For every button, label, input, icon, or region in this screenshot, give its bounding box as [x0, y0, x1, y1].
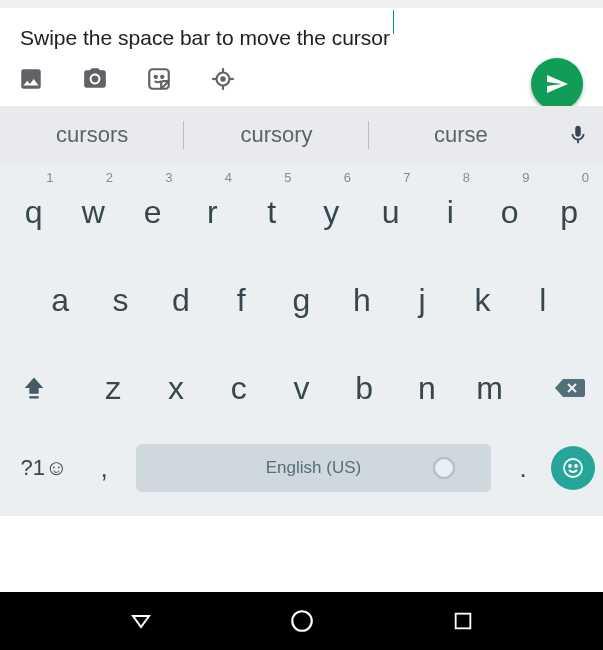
svg-rect-14 — [455, 614, 470, 629]
touch-indicator-icon — [433, 457, 455, 479]
send-button[interactable] — [531, 58, 583, 110]
svg-point-4 — [221, 77, 224, 80]
attachment-row — [0, 60, 603, 106]
key-d[interactable]: d — [151, 256, 211, 344]
svg-point-11 — [569, 465, 571, 467]
key-r[interactable]: 4r — [183, 168, 243, 256]
key-e[interactable]: 3e — [123, 168, 183, 256]
mic-icon[interactable] — [553, 124, 603, 146]
svg-point-12 — [575, 465, 577, 467]
key-t[interactable]: 5t — [242, 168, 302, 256]
nav-back-icon[interactable] — [127, 607, 155, 635]
space-key[interactable]: English (US) — [136, 444, 491, 492]
key-row-1: 1q 2w 3e 4r 5t 6y 7u 8i 9o 0p — [0, 168, 603, 256]
key-j[interactable]: j — [392, 256, 452, 344]
space-label: English (US) — [266, 458, 361, 478]
key-row-bottom: ?1☺ , English (US) . — [0, 432, 603, 504]
key-p[interactable]: 0p — [540, 168, 600, 256]
navigation-bar — [0, 592, 603, 650]
nav-recents-icon[interactable] — [449, 607, 477, 635]
key-i[interactable]: 8i — [421, 168, 481, 256]
sticker-icon[interactable] — [146, 66, 172, 92]
key-u[interactable]: 7u — [361, 168, 421, 256]
status-bar-spacer — [0, 0, 603, 8]
key-b[interactable]: b — [333, 370, 396, 407]
nav-home-icon[interactable] — [288, 607, 316, 635]
emoji-key[interactable] — [551, 446, 595, 490]
key-o[interactable]: 9o — [480, 168, 540, 256]
suggestion-strip: cursors cursory curse — [0, 106, 603, 164]
key-g[interactable]: g — [271, 256, 331, 344]
key-row-3: z x c v b n m — [0, 344, 603, 432]
keyboard: 1q 2w 3e 4r 5t 6y 7u 8i 9o 0p a s d f g … — [0, 164, 603, 516]
text-cursor — [393, 10, 394, 34]
key-m[interactable]: m — [458, 370, 521, 407]
comma-key[interactable]: , — [80, 453, 128, 484]
key-v[interactable]: v — [270, 370, 333, 407]
key-a[interactable]: a — [30, 256, 90, 344]
key-z[interactable]: z — [82, 370, 145, 407]
input-text: Swipe the space bar to move the cursor — [20, 26, 390, 50]
svg-point-10 — [564, 459, 582, 477]
key-c[interactable]: c — [207, 370, 270, 407]
key-y[interactable]: 6y — [302, 168, 362, 256]
location-icon[interactable] — [210, 66, 236, 92]
svg-point-2 — [161, 76, 163, 78]
key-s[interactable]: s — [90, 256, 150, 344]
period-key[interactable]: . — [499, 453, 547, 484]
camera-icon[interactable] — [82, 66, 108, 92]
svg-rect-0 — [149, 69, 169, 89]
suggestion-3[interactable]: curse — [369, 106, 553, 164]
key-x[interactable]: x — [145, 370, 208, 407]
key-f[interactable]: f — [211, 256, 271, 344]
suggestion-1[interactable]: cursors — [0, 106, 184, 164]
key-l[interactable]: l — [513, 256, 573, 344]
key-row-2: a s d f g h j k l — [0, 256, 603, 344]
key-q[interactable]: 1q — [4, 168, 64, 256]
symbols-key[interactable]: ?1☺ — [8, 455, 80, 481]
svg-point-13 — [292, 611, 312, 631]
key-n[interactable]: n — [396, 370, 459, 407]
gallery-icon[interactable] — [18, 66, 44, 92]
key-k[interactable]: k — [452, 256, 512, 344]
key-w[interactable]: 2w — [64, 168, 124, 256]
key-h[interactable]: h — [332, 256, 392, 344]
shift-key[interactable] — [4, 374, 64, 402]
svg-point-1 — [155, 76, 157, 78]
backspace-key[interactable] — [539, 376, 599, 400]
message-input[interactable]: Swipe the space bar to move the cursor — [0, 8, 603, 60]
svg-rect-9 — [29, 396, 38, 398]
suggestion-2[interactable]: cursory — [184, 106, 368, 164]
